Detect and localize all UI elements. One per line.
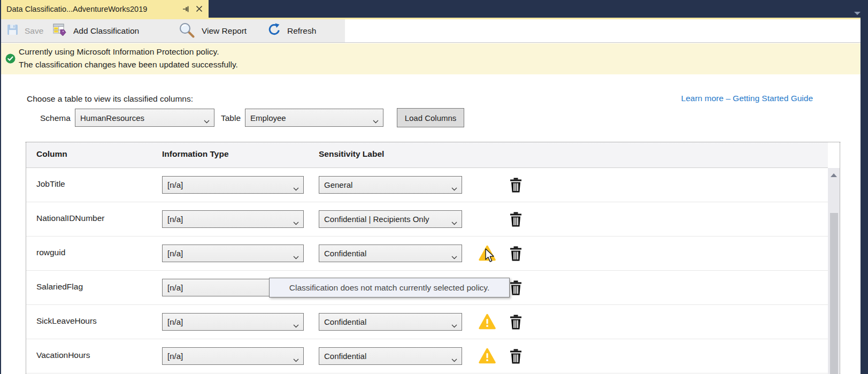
grid-header: Column Information Type Sensitivity Labe…: [26, 142, 828, 168]
delete-classification-icon[interactable]: [509, 315, 523, 330]
column-name: SalariedFlag: [36, 282, 83, 292]
header-column: Column: [36, 149, 67, 159]
warning-tooltip: Classification does not match currently …: [269, 278, 510, 297]
table-label: Table: [221, 113, 241, 123]
policy-warning-icon[interactable]: [479, 348, 496, 364]
sensitivity-label-select[interactable]: General: [319, 176, 462, 194]
refresh-label: Refresh: [287, 26, 316, 36]
policy-warning-icon[interactable]: [479, 314, 496, 330]
information-type-select[interactable]: [n/a]: [162, 245, 304, 262]
sensitivity-label-select[interactable]: Confidential: [319, 313, 462, 331]
delete-classification-icon[interactable]: [509, 212, 523, 227]
chevron-down-icon: [204, 116, 210, 126]
chevron-down-icon: [451, 355, 457, 364]
column-name: rowguid: [36, 248, 65, 257]
refresh-button[interactable]: Refresh: [267, 19, 316, 42]
delete-classification-icon[interactable]: [509, 280, 523, 295]
success-check-icon: [5, 54, 16, 66]
chevron-down-icon: [293, 218, 299, 227]
chevron-down-icon: [451, 218, 457, 227]
chevron-down-icon: [293, 252, 299, 262]
document-list-chevron-icon[interactable]: [854, 7, 861, 17]
data-classification-window: Data Classificatio...AdventureWorks2019: [0, 0, 868, 374]
tab-data-classification[interactable]: Data Classificatio...AdventureWorks2019: [1, 0, 209, 18]
status-banner: Currently using Microsoft Information Pr…: [1, 43, 861, 74]
column-name: JobTitle: [36, 179, 65, 189]
table-select[interactable]: Employee: [245, 109, 383, 127]
tab-title: Data Classificatio...AdventureWorks2019: [6, 5, 179, 13]
banner-line1: Currently using Microsoft Information Pr…: [19, 47, 219, 57]
vertical-scrollbar[interactable]: [828, 168, 840, 374]
chevron-down-icon: [293, 320, 299, 330]
magnifier-icon: [178, 22, 195, 40]
header-sensitivity-label: Sensitivity Label: [319, 149, 384, 159]
header-information-type: Information Type: [162, 149, 229, 159]
schema-label: Schema: [40, 113, 71, 123]
sensitivity-label-select[interactable]: Confidential: [319, 347, 462, 365]
delete-classification-icon[interactable]: [509, 349, 523, 364]
classified-columns-panel: Column Information Type Sensitivity Labe…: [26, 142, 840, 374]
mouse-cursor: [485, 248, 495, 265]
chevron-down-icon: [451, 252, 457, 262]
table-value: Employee: [250, 113, 286, 123]
table-row: JobTitle [n/a] General: [26, 168, 828, 202]
schema-select[interactable]: HumanResources: [75, 109, 214, 127]
add-classification-label: Add Classification: [73, 26, 139, 36]
schema-value: HumanResources: [80, 113, 144, 123]
learn-more-link[interactable]: Learn more – Getting Started Guide: [667, 94, 813, 103]
load-columns-button[interactable]: Load Columns: [397, 108, 464, 127]
information-type-select[interactable]: [n/a]: [162, 313, 304, 331]
view-report-button[interactable]: View Report: [178, 19, 247, 42]
chevron-down-icon: [451, 184, 457, 193]
toolbar: Save Add Classification: [0, 19, 868, 43]
save-icon: [7, 24, 18, 37]
chevron-down-icon: [373, 116, 379, 126]
chevron-down-icon: [451, 320, 457, 330]
window-left-edge: [0, 0, 1, 374]
information-type-select[interactable]: [n/a]: [162, 210, 304, 228]
table-row: SickLeaveHours [n/a] Confidential: [26, 305, 828, 339]
chevron-down-icon: [293, 184, 299, 193]
refresh-icon: [267, 23, 281, 39]
add-classification-button[interactable]: Add Classification: [53, 19, 139, 42]
scrollbar-thumb[interactable]: [830, 213, 838, 374]
information-type-select[interactable]: [n/a]: [162, 347, 304, 365]
scroll-up-icon[interactable]: [828, 168, 840, 182]
column-name: NationalIDNumber: [36, 213, 105, 223]
column-name: SickLeaveHours: [36, 316, 97, 326]
close-icon[interactable]: [194, 4, 204, 14]
sensitivity-label-select[interactable]: Confidential: [319, 245, 462, 262]
table-row: NationalIDNumber [n/a] Confidential | Re…: [26, 202, 828, 236]
save-button[interactable]: Save: [7, 19, 43, 42]
chevron-down-icon: [293, 355, 299, 364]
pin-icon[interactable]: [181, 4, 191, 14]
view-report-label: View Report: [202, 26, 247, 36]
table-row: VacationHours [n/a] Confidential: [26, 339, 828, 373]
information-type-select[interactable]: [n/a]: [162, 176, 304, 194]
banner-line2: The classification changes have been upd…: [19, 60, 238, 70]
save-label: Save: [25, 26, 43, 36]
sensitivity-label-select[interactable]: Confidential | Recipients Only: [319, 210, 462, 228]
delete-classification-icon[interactable]: [509, 178, 523, 193]
add-classification-icon: [53, 23, 67, 39]
choose-table-label: Choose a table to view its classified co…: [27, 94, 193, 104]
column-name: VacationHours: [36, 350, 90, 360]
table-row: rowguid [n/a] Confidential: [26, 236, 828, 271]
window-right-edge: [861, 0, 868, 374]
warning-tooltip-text: Classification does not match currently …: [289, 283, 489, 293]
delete-classification-icon[interactable]: [509, 246, 523, 261]
